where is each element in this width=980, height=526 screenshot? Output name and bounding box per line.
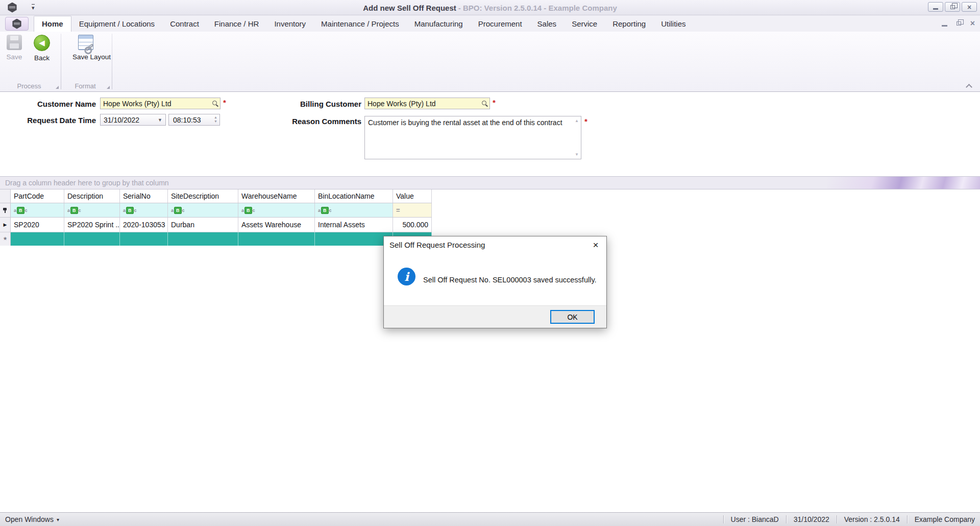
tab-maintenance-projects[interactable]: Maintenance / Projects	[313, 16, 407, 32]
new-cell[interactable]	[238, 232, 315, 246]
tab-inventory[interactable]: Inventory	[266, 16, 313, 32]
request-time-value: 08:10:53	[173, 116, 201, 124]
filter-pin-icon	[3, 207, 7, 213]
grid-filter-row: aBc aBc aBc aBc aBc aBc =	[0, 203, 432, 218]
new-cell[interactable]	[64, 232, 120, 246]
filter-row-indicator	[0, 203, 11, 217]
column-header-value[interactable]: Value	[393, 189, 432, 203]
tab-finance-hr[interactable]: Finance / HR	[207, 16, 267, 32]
equals-filter-icon[interactable]: =	[396, 206, 400, 214]
cell-serialno[interactable]: 2020-103053	[120, 218, 168, 232]
filter-cell-serialno[interactable]: aBc	[120, 203, 168, 217]
window-title-bar: ▾ Add new Sell Off Request - BPO: Versio…	[0, 0, 980, 15]
app-menu-button[interactable]	[5, 17, 29, 31]
ribbon-group-format: Save Layout Format	[61, 32, 112, 91]
minimize-button[interactable]	[928, 2, 943, 12]
filter-cell-binlocationname[interactable]: aBc	[315, 203, 393, 217]
dialog-close-button[interactable]: ×	[585, 236, 606, 253]
process-dialog-launcher-icon[interactable]	[56, 86, 59, 89]
open-windows-button[interactable]: Open Windows ▾	[5, 515, 59, 523]
restore-button[interactable]	[945, 2, 960, 12]
save-icon	[7, 35, 22, 50]
cell-binlocationname[interactable]: Internal Assets	[315, 218, 393, 232]
tab-service[interactable]: Service	[564, 16, 605, 32]
table-row[interactable]: ▶ SP2020 SP2020 Sprint ... 2020-103053 D…	[0, 218, 432, 232]
customer-name-value: Hope Works (Pty) Ltd	[103, 100, 172, 108]
new-cell[interactable]	[11, 232, 64, 246]
tab-home[interactable]: Home	[34, 16, 71, 32]
billing-search-icon[interactable]	[482, 101, 486, 105]
mdi-minimize-icon[interactable]	[942, 25, 947, 27]
tab-reporting[interactable]: Reporting	[605, 16, 653, 32]
column-header-sitedescription[interactable]: SiteDescription	[168, 189, 238, 203]
abc-filter-icon[interactable]: B	[70, 207, 78, 214]
cell-partcode[interactable]: SP2020	[11, 218, 64, 232]
save-button[interactable]: Save	[1, 35, 28, 61]
customer-search-icon[interactable]	[212, 101, 217, 105]
new-cell[interactable]	[315, 232, 393, 246]
column-header-binlocationname[interactable]: BinLocationName	[315, 189, 393, 203]
format-dialog-launcher-icon[interactable]	[107, 86, 110, 89]
cell-description[interactable]: SP2020 Sprint ...	[64, 218, 120, 232]
filter-cell-warehousename[interactable]: aBc	[238, 203, 315, 217]
mdi-restore-icon[interactable]	[957, 21, 961, 26]
new-cell[interactable]	[120, 232, 168, 246]
sell-off-items-grid: Drag a column header here to group by th…	[0, 176, 980, 512]
abc-filter-icon[interactable]: B	[244, 207, 252, 214]
scroll-down-icon[interactable]: ▼	[575, 152, 579, 157]
back-button[interactable]: ◀ Back	[29, 35, 55, 62]
billing-customer-input[interactable]: Hope Works (Pty) Ltd	[364, 98, 490, 109]
open-windows-caret-icon: ▾	[57, 517, 59, 522]
tab-utilities[interactable]: Utilities	[653, 16, 693, 32]
dialog-body: i Sell Off Request No. SEL000003 saved s…	[384, 253, 606, 306]
cell-sitedescription[interactable]: Durban	[168, 218, 238, 232]
time-up-icon[interactable]: ▲	[214, 115, 217, 119]
ok-button[interactable]: OK	[550, 310, 595, 324]
abc-filter-icon[interactable]: B	[17, 207, 24, 214]
status-bar: Open Windows ▾ User : BiancaD 31/10/2022…	[0, 512, 980, 526]
new-cell[interactable]	[168, 232, 238, 246]
new-row[interactable]: *	[0, 232, 432, 246]
billing-customer-label: Billing Customer	[276, 100, 361, 108]
abc-filter-icon[interactable]: B	[321, 207, 329, 214]
scroll-up-icon[interactable]: ▲	[575, 118, 579, 123]
billing-required-marker: *	[493, 98, 496, 107]
filter-cell-description[interactable]: aBc	[64, 203, 120, 217]
close-button[interactable]: ×	[962, 2, 977, 12]
column-header-partcode[interactable]: PartCode	[11, 189, 64, 203]
reason-comments-textarea[interactable]: Customer is buying the rental asset at t…	[364, 116, 581, 159]
filter-cell-partcode[interactable]: aBc	[11, 203, 64, 217]
statusbar-date: 31/10/2022	[787, 515, 837, 523]
mdi-close-icon[interactable]: ×	[970, 19, 975, 28]
group-caption-format: Format	[61, 82, 109, 90]
request-date-time-label: Request Date Time	[10, 116, 96, 125]
cell-warehousename[interactable]: Assets Warehouse	[238, 218, 315, 232]
window-title-rest: - BPO: Version 2.5.0.14 - Example Compan…	[458, 4, 617, 12]
request-date-picker[interactable]: 31/10/2022 ▼	[100, 114, 166, 126]
time-down-icon[interactable]: ▼	[214, 119, 217, 124]
column-header-warehousename[interactable]: WarehouseName	[238, 189, 315, 203]
tab-sales[interactable]: Sales	[530, 16, 565, 32]
tab-procurement[interactable]: Procurement	[471, 16, 530, 32]
cell-value[interactable]: 500.000	[393, 218, 432, 232]
filter-cell-sitedescription[interactable]: aBc	[168, 203, 238, 217]
dialog-title: Sell Off Request Processing	[384, 236, 606, 253]
tab-manufacturing[interactable]: Manufacturing	[407, 16, 471, 32]
filter-cell-value[interactable]: =	[393, 203, 432, 217]
abc-filter-icon[interactable]: B	[126, 207, 134, 214]
customer-name-input[interactable]: Hope Works (Pty) Ltd	[100, 98, 220, 109]
request-time-spinner[interactable]: 08:10:53 ▲▼	[168, 114, 220, 126]
column-header-description[interactable]: Description	[64, 189, 120, 203]
ribbon-collapse-icon[interactable]	[966, 84, 973, 88]
save-layout-button[interactable]: Save Layout	[72, 35, 99, 61]
ribbon-content: Save ◀ Back Process Save Layout Format	[0, 32, 980, 92]
close-icon: ×	[967, 4, 971, 11]
date-dropdown-icon[interactable]: ▼	[158, 117, 162, 123]
tab-contract[interactable]: Contract	[162, 16, 207, 32]
group-by-panel[interactable]: Drag a column header here to group by th…	[0, 177, 980, 189]
abc-filter-icon[interactable]: B	[174, 207, 182, 214]
tab-equipment-locations[interactable]: Equipment / Locations	[71, 16, 162, 32]
column-header-serialno[interactable]: SerialNo	[120, 189, 168, 203]
wrench-icon	[85, 43, 93, 51]
decorative-swirl	[827, 177, 980, 189]
